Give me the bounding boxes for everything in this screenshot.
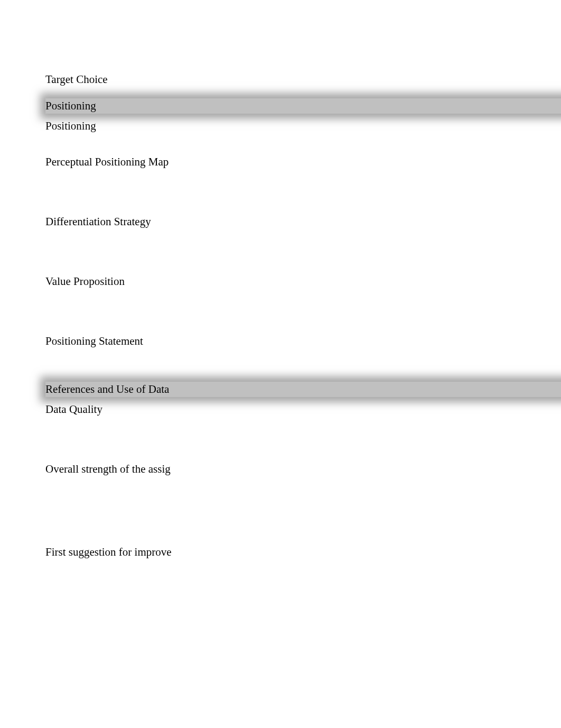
section-header-references: References and Use of Data xyxy=(45,382,561,397)
outline-item: Overall strength of the assig xyxy=(45,462,561,476)
outline-item: Positioning xyxy=(45,119,561,133)
outline-item: Differentiation Strategy xyxy=(45,215,561,229)
section-header-positioning: Positioning xyxy=(45,98,561,114)
outline-item: First suggestion for improve xyxy=(45,545,561,559)
outline-item: Positioning Statement xyxy=(45,334,561,348)
section-header-label: Positioning xyxy=(45,99,96,112)
document-content: Target Choice Positioning Positioning Pe… xyxy=(0,0,561,560)
outline-item: Target Choice xyxy=(45,72,561,87)
outline-item: Value Proposition xyxy=(45,274,561,289)
section-header-label: References and Use of Data xyxy=(45,383,169,395)
outline-item: Perceptual Positioning Map xyxy=(45,155,561,169)
outline-item: Data Quality xyxy=(45,402,561,417)
